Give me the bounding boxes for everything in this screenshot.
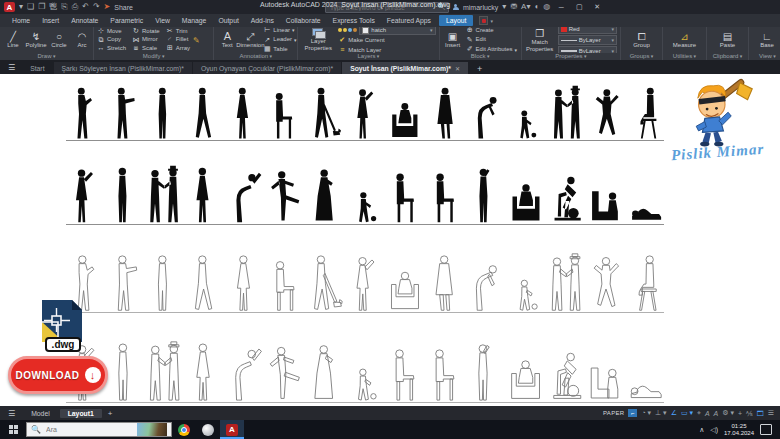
arc-tool[interactable]: ◠Arc <box>72 31 92 49</box>
panel-layers-label[interactable]: Layers <box>298 53 438 60</box>
copy-tool[interactable]: ⧉Copy <box>97 36 126 45</box>
annotation-add-icon[interactable]: + <box>738 410 742 417</box>
layout-menu-icon[interactable]: ☰ <box>0 409 23 418</box>
open-file-icon[interactable]: ❐ <box>38 2 45 12</box>
grid-toggle-icon[interactable]: ◔ ▾ <box>641 409 651 417</box>
erase-tool-icon[interactable]: ✎ <box>193 36 200 45</box>
ribbon-tab-view[interactable]: View <box>149 14 176 27</box>
line-tool[interactable]: ╱Line <box>3 31 23 49</box>
paper-space-label[interactable]: PAPER <box>603 410 624 416</box>
mirror-tool[interactable]: ⋈Mirror <box>132 36 160 45</box>
circle-tool[interactable]: ○Circle <box>49 31 69 49</box>
new-drawing-tab-button[interactable]: + <box>469 64 490 74</box>
object-snap-icon[interactable]: ⌖ <box>697 409 701 417</box>
panel-block-label[interactable]: Block <box>440 53 521 60</box>
file-tab-ark-s-yleyen-i-nsan-pislikmimar-com[interactable]: Şarkı Söyleyen İnsan (PislikMimar.com)* <box>54 62 192 74</box>
scale-tool[interactable]: ⧈Scale <box>132 44 160 53</box>
close-button[interactable]: ✕ <box>590 3 604 11</box>
panel-groups-label[interactable]: Groups <box>621 53 662 60</box>
search-highlight-thumbnail[interactable] <box>137 423 167 436</box>
layer-select-dropdown[interactable]: hatch ▾ <box>359 27 435 35</box>
match-layer-tool[interactable]: ≡Match Layer <box>338 46 435 53</box>
fillet-tool[interactable]: ◜Fillet <box>166 36 190 45</box>
workspace-switcher[interactable]: ▾ <box>479 14 493 27</box>
rotate-tool[interactable]: ↻Rotate <box>132 27 160 36</box>
snap-toggle-icon[interactable]: ▭ ▾ <box>681 409 693 417</box>
redo-icon[interactable]: ↷ <box>93 2 100 12</box>
taskbar-search-input[interactable] <box>44 425 124 434</box>
panel-modify-label[interactable]: Modify <box>94 53 213 60</box>
lineweight-dropdown[interactable]: ByLayer ▾ <box>558 46 617 53</box>
taskbar-clock[interactable]: 01:25 17.04.2024 <box>724 423 754 437</box>
user-caret-icon[interactable]: ▾ <box>502 2 506 12</box>
ribbon-tab-layout[interactable]: Layout <box>439 15 473 26</box>
layer-plot-icon[interactable] <box>353 28 357 32</box>
annotation-scale-icon[interactable]: A <box>705 410 710 417</box>
autodesk-apps-icon[interactable]: A▾ <box>521 2 530 12</box>
base-view-tool[interactable]: ∟Base <box>757 31 777 49</box>
linetype-dropdown[interactable]: ByLayer ▾ <box>558 35 617 45</box>
ribbon-tab-parametric[interactable]: Parametric <box>104 14 149 27</box>
taskbar-search-box[interactable]: 🔍 <box>26 422 172 437</box>
taskbar-chrome-button[interactable] <box>172 420 196 439</box>
layer-on-icon[interactable] <box>338 28 342 32</box>
graphics-performance-icon[interactable]: 🗔 <box>757 410 764 417</box>
trim-tool[interactable]: ✂Trim <box>166 27 190 36</box>
plot-icon[interactable]: ⎙ <box>72 2 78 12</box>
move-tool[interactable]: ⊹Move <box>97 27 126 36</box>
paste-tool[interactable]: ▤Paste <box>717 31 737 49</box>
object-color-dropdown[interactable]: Red ▾ <box>558 27 617 34</box>
taskbar-app-button[interactable] <box>196 420 220 439</box>
ribbon-tab-manage[interactable]: Manage <box>176 14 213 27</box>
insert-block-tool[interactable]: ▣Insert <box>443 31 463 49</box>
help-icon[interactable]: ◐ <box>534 2 539 12</box>
close-tab-icon[interactable]: ✕ <box>455 65 460 72</box>
table-tool[interactable]: ▦Table <box>263 45 296 53</box>
new-file-icon[interactable]: ❏ <box>27 2 34 12</box>
ribbon-tab-insert[interactable]: Insert <box>36 14 65 27</box>
linear-tool[interactable]: ⊢Linear ▾ <box>263 27 296 35</box>
dimension-tool[interactable]: ⤢Dimension <box>240 31 260 49</box>
annotation-visibility-icon[interactable]: A <box>714 410 719 417</box>
edit-block-tool[interactable]: ✎Edit <box>466 36 518 45</box>
layer-properties-tool[interactable]: Layer Properties <box>301 28 335 51</box>
workspace-gear-icon[interactable]: ⚙ ▾ <box>722 409 734 417</box>
panel-properties-label[interactable]: Properties <box>522 53 620 60</box>
stretch-tool[interactable]: ↔Stretch <box>97 44 126 53</box>
app-menu-caret-icon[interactable]: ▾ <box>19 2 23 12</box>
model-paper-toggle[interactable]: ⌐ <box>628 409 637 417</box>
ribbon-tab-add-ins[interactable]: Add-ins <box>245 14 280 27</box>
units-icon[interactable]: ⅍ <box>746 410 753 417</box>
create-block-tool[interactable]: ⊕Create <box>466 27 518 35</box>
layer-freeze-icon[interactable] <box>343 28 347 32</box>
layout-tab-model[interactable]: Model <box>23 409 58 418</box>
ribbon-tab-output[interactable]: Output <box>212 14 244 27</box>
measure-tool[interactable]: ⊿Measure <box>673 31 696 49</box>
share-icon[interactable]: ➤ <box>104 2 111 12</box>
notifications-icon[interactable]: ◍ <box>543 2 550 12</box>
polyline-tool[interactable]: ↯Polyline <box>26 31 46 49</box>
panel-annotation-label[interactable]: Annotation <box>214 53 297 60</box>
match-properties-tool[interactable]: ❐Match Properties <box>525 28 555 52</box>
make-current-tool[interactable]: ✔Make Current <box>338 36 435 45</box>
drawing-canvas[interactable]: Pislik Mimar .dwg DOWNLOAD ↓ <box>0 74 780 406</box>
tray-expand-icon[interactable]: ∧ <box>699 426 704 434</box>
signed-in-user[interactable]: mimarlucky <box>463 4 498 11</box>
file-tab-soyut-i-nsan-pislikmimar-com[interactable]: Soyut İnsan (PislikMimar.com)*✕ <box>342 62 468 74</box>
customize-icon[interactable]: ☰ <box>768 409 774 417</box>
minimize-button[interactable]: ─ <box>554 4 568 11</box>
user-avatar-icon[interactable] <box>453 4 459 10</box>
share-label[interactable]: Share <box>114 4 133 11</box>
panel-clipboard-label[interactable]: Clipboard <box>707 53 748 60</box>
app-menu-button[interactable]: A <box>4 2 15 12</box>
ribbon-tab-home[interactable]: Home <box>6 14 36 27</box>
panel-utilities-label[interactable]: Utilities <box>663 53 706 60</box>
ribbon-tab-annotate[interactable]: Annotate <box>65 14 104 27</box>
edit-attributes-tool[interactable]: ✐Edit Attributes ▾ <box>466 45 518 53</box>
new-layout-button[interactable]: + <box>102 409 119 418</box>
array-tool[interactable]: ⊞Array <box>166 44 190 53</box>
file-tabs-menu-icon[interactable]: ☰ <box>0 63 22 74</box>
file-tab-start[interactable]: Start <box>22 62 52 74</box>
app-store-icon[interactable]: ⛃ <box>510 2 517 12</box>
leader-tool[interactable]: ↗Leader ▾ <box>263 36 296 45</box>
